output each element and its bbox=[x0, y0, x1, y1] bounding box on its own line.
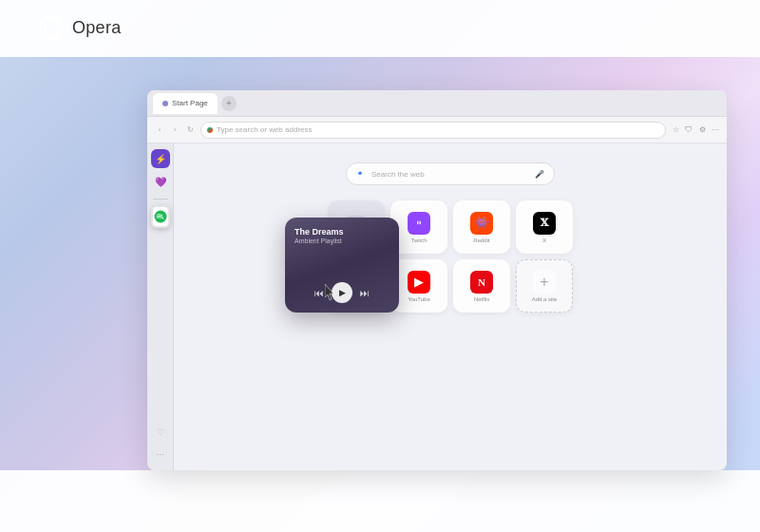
youtube-icon: ▶ bbox=[408, 271, 430, 294]
player-next-button[interactable]: ⏭ bbox=[360, 288, 370, 298]
tab-favicon bbox=[162, 101, 168, 106]
dial-label-netflix: Netflix bbox=[474, 296, 490, 302]
sidebar-icon-bookmarks[interactable]: 💜 bbox=[151, 172, 170, 191]
new-tab-button[interactable]: + bbox=[221, 96, 237, 111]
svg-point-0 bbox=[40, 16, 63, 39]
sidebar-icon-heart[interactable]: ♡ bbox=[151, 423, 170, 442]
sidebar-icon-more[interactable]: ⋯ bbox=[151, 446, 170, 465]
svg-rect-7 bbox=[420, 220, 421, 224]
opera-icon bbox=[38, 14, 65, 41]
player-song-title: The Dreams bbox=[294, 227, 390, 237]
twitch-icon bbox=[408, 212, 430, 235]
spotify-logo-icon bbox=[154, 210, 167, 223]
dial-label-youtube: YouTube bbox=[408, 296, 430, 302]
spotify-button[interactable] bbox=[151, 205, 170, 228]
tab-bar: Start Page + bbox=[147, 90, 727, 117]
star-icon[interactable]: ☆ bbox=[670, 124, 681, 136]
dial-item-reddit[interactable]: 👾 Reddit bbox=[453, 200, 510, 254]
dial-label-add: Add a site bbox=[532, 296, 558, 302]
add-site-icon: + bbox=[533, 271, 556, 294]
dial-item-netflix[interactable]: N Netflix bbox=[453, 259, 510, 313]
twitch-logo bbox=[412, 217, 426, 230]
search-mic-icon: 🎤 bbox=[535, 170, 544, 179]
dial-item-x[interactable]: 𝕏 X bbox=[516, 200, 573, 254]
tab-item-start[interactable]: Start Page bbox=[153, 93, 218, 114]
svg-text:G: G bbox=[358, 171, 361, 176]
toolbar: ‹ › ↻ Type search or web address ☆ 🛡 ⚙ ⋯ bbox=[147, 117, 727, 143]
dial-label-reddit: Reddit bbox=[473, 238, 489, 243]
bottom-frame bbox=[0, 470, 760, 532]
settings-icon[interactable]: ⚙ bbox=[696, 124, 708, 136]
cursor-icon bbox=[325, 284, 336, 301]
svg-rect-6 bbox=[417, 220, 418, 224]
player-subtitle: Ambient Playlist bbox=[294, 238, 390, 244]
search-placeholder: Search the web bbox=[371, 170, 529, 179]
spotify-player: The Dreams Ambient Playlist ⏮ ▶ ⏭ bbox=[285, 218, 399, 313]
player-controls: ⏮ ▶ ⏭ bbox=[294, 282, 390, 303]
more-icon[interactable]: ⋯ bbox=[710, 124, 721, 136]
tab-label: Start Page bbox=[172, 99, 208, 107]
back-button[interactable]: ‹ bbox=[153, 124, 166, 137]
sidebar-icon-spotify[interactable] bbox=[151, 207, 170, 226]
dial-label-x: X bbox=[542, 238, 546, 243]
browser-window: Start Page + ‹ › ↻ Type search or web ad… bbox=[147, 90, 727, 470]
sidebar: ⚡ 💜 ♡ ⋯ bbox=[147, 143, 174, 470]
x-icon: 𝕏 bbox=[533, 212, 556, 235]
opera-logo: Opera bbox=[38, 14, 122, 41]
sidebar-bottom: ♡ ⋯ bbox=[151, 423, 170, 465]
sidebar-icon-home[interactable]: ⚡ bbox=[151, 149, 170, 168]
svg-point-2 bbox=[154, 211, 166, 223]
opera-logo-text: Opera bbox=[72, 18, 122, 38]
dial-item-twitch[interactable]: Twitch bbox=[390, 200, 447, 254]
player-prev-button[interactable]: ⏮ bbox=[314, 288, 324, 298]
cursor-pointer bbox=[325, 284, 336, 301]
sidebar-divider bbox=[153, 199, 168, 200]
nav-buttons: ‹ › ↻ bbox=[153, 124, 197, 137]
search-bar[interactable]: G Search the web 🎤 bbox=[346, 162, 555, 185]
svg-point-1 bbox=[45, 16, 58, 39]
address-text: Type search or web address bbox=[217, 125, 659, 134]
google-favicon bbox=[207, 127, 213, 133]
main-content: G Search the web 🎤 The Dreams Ambient Pl… bbox=[174, 143, 727, 470]
dial-item-youtube[interactable]: ▶ YouTube bbox=[390, 259, 447, 313]
reddit-icon: 👾 bbox=[470, 212, 493, 235]
toolbar-actions: ☆ 🛡 ⚙ ⋯ bbox=[670, 124, 721, 136]
shield-icon[interactable]: 🛡 bbox=[683, 124, 694, 136]
refresh-button[interactable]: ↻ bbox=[183, 124, 197, 137]
dial-item-add[interactable]: + Add a site bbox=[516, 259, 573, 313]
dial-label-twitch: Twitch bbox=[410, 238, 427, 243]
browser-content: ⚡ 💜 ♡ ⋯ bbox=[147, 143, 727, 470]
forward-button[interactable]: › bbox=[168, 124, 181, 137]
speed-dial-container: The Dreams Ambient Playlist ⏮ ▶ ⏭ bbox=[328, 200, 573, 313]
google-search-icon: G bbox=[356, 169, 366, 179]
netflix-icon: N bbox=[470, 271, 493, 294]
address-bar[interactable]: Type search or web address bbox=[200, 122, 666, 139]
